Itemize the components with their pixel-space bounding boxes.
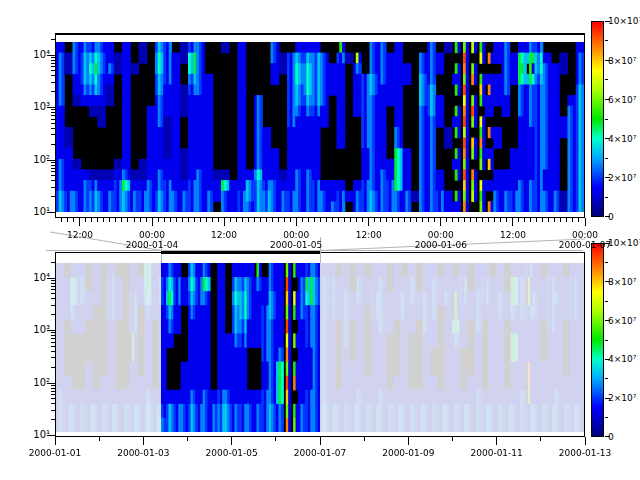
y-minor-tick (51, 70, 55, 71)
x-minor-tick (170, 218, 171, 222)
y-minor-tick (51, 196, 55, 197)
colorbar-tick-label: 0 (608, 212, 614, 222)
colorbar-major-tick (605, 359, 610, 360)
x-minor-tick (61, 218, 62, 222)
x-minor-tick (572, 218, 573, 222)
x-minor-tick (380, 218, 381, 222)
colorbar-bottom (591, 243, 604, 437)
y-minor-tick (51, 119, 55, 120)
y-tick-label: 10² (16, 377, 50, 389)
y-minor-tick (51, 394, 55, 395)
x-minor-tick (314, 218, 315, 222)
x-minor-tick (344, 218, 345, 222)
x-minor-tick (540, 437, 541, 441)
y-minor-tick (51, 289, 55, 290)
x-date-label: 2000-01-03 (108, 448, 178, 458)
x-minor-tick (464, 218, 465, 222)
y-minor-tick (51, 388, 55, 389)
x-minor-tick (182, 218, 183, 222)
x-minor-tick (230, 218, 231, 222)
x-minor-tick (554, 218, 555, 222)
y-major-tick (47, 383, 55, 384)
x-minor-tick (488, 218, 489, 222)
x-tick-label: 00:00 (406, 230, 476, 240)
x-minor-tick (115, 218, 116, 222)
y-minor-tick (51, 91, 55, 92)
colorbar-minor-tick (605, 158, 608, 159)
y-minor-tick (51, 180, 55, 181)
x-minor-tick (236, 218, 237, 222)
x-minor-tick (73, 218, 74, 222)
x-minor-tick (548, 218, 549, 222)
colorbar-tick-label: 6×10⁷ (608, 316, 636, 326)
x-minor-tick (332, 218, 333, 222)
x-minor-tick (482, 218, 483, 222)
x-minor-tick (452, 218, 453, 222)
y-minor-tick (51, 403, 55, 404)
colorbar-minor-tick (605, 378, 608, 379)
y-minor-tick (51, 63, 55, 64)
y-minor-tick (51, 75, 55, 76)
x-major-tick (585, 218, 586, 226)
y-tick-label: 10² (16, 154, 50, 166)
x-minor-tick (428, 218, 429, 222)
y-minor-tick (51, 112, 55, 113)
x-minor-tick (422, 218, 423, 222)
x-minor-tick (134, 218, 135, 222)
y-minor-tick (51, 60, 55, 61)
x-minor-tick (67, 218, 68, 222)
y-minor-tick (51, 39, 55, 40)
x-minor-tick (176, 218, 177, 222)
x-major-tick (512, 218, 513, 226)
x-minor-tick (494, 218, 495, 222)
x-minor-tick (392, 218, 393, 222)
y-minor-tick (51, 123, 55, 124)
x-minor-tick (476, 218, 477, 222)
x-minor-tick (266, 218, 267, 222)
x-minor-tick (320, 218, 321, 222)
x-major-tick (320, 437, 321, 445)
x-date-label: 2000-01-11 (462, 448, 532, 458)
y-minor-tick (51, 367, 55, 368)
x-minor-tick (410, 218, 411, 222)
y-minor-tick (51, 109, 55, 110)
x-date-label: 2000-01-07 (285, 448, 355, 458)
y-minor-tick (51, 351, 55, 352)
y-major-tick (47, 330, 55, 331)
colorbar-major-tick (605, 243, 610, 244)
colorbar-tick-label: 4×10⁷ (608, 134, 636, 144)
x-minor-tick (338, 218, 339, 222)
x-minor-tick (560, 218, 561, 222)
x-minor-tick (326, 218, 327, 222)
x-minor-tick (109, 218, 110, 222)
x-minor-tick (536, 218, 537, 222)
x-date-label: 2000-01-04 (117, 240, 187, 250)
x-minor-tick (404, 218, 405, 222)
x-tick-label: 00:00 (117, 230, 187, 240)
colorbar-minor-tick (605, 79, 608, 80)
y-minor-tick (51, 175, 55, 176)
y-minor-tick (51, 398, 55, 399)
y-minor-tick (51, 134, 55, 135)
x-minor-tick (242, 218, 243, 222)
y-minor-tick (51, 305, 55, 306)
colorbar-minor-tick (605, 262, 608, 263)
colorbar-major-tick (605, 138, 610, 139)
selection-window[interactable] (161, 251, 320, 437)
x-minor-tick (458, 218, 459, 222)
x-minor-tick (452, 437, 453, 441)
x-minor-tick (194, 218, 195, 222)
colorbar-minor-tick (605, 301, 608, 302)
x-minor-tick (350, 218, 351, 222)
colorbar-minor-tick (605, 40, 608, 41)
x-major-tick (143, 437, 144, 445)
y-minor-tick (51, 391, 55, 392)
x-minor-tick (200, 218, 201, 222)
x-minor-tick (506, 218, 507, 222)
x-minor-tick (91, 218, 92, 222)
x-minor-tick (302, 218, 303, 222)
x-major-tick (368, 218, 369, 226)
colorbar-major-tick (605, 21, 610, 22)
x-major-tick (231, 437, 232, 445)
overview-spectrogram-canvas[interactable] (56, 263, 584, 432)
